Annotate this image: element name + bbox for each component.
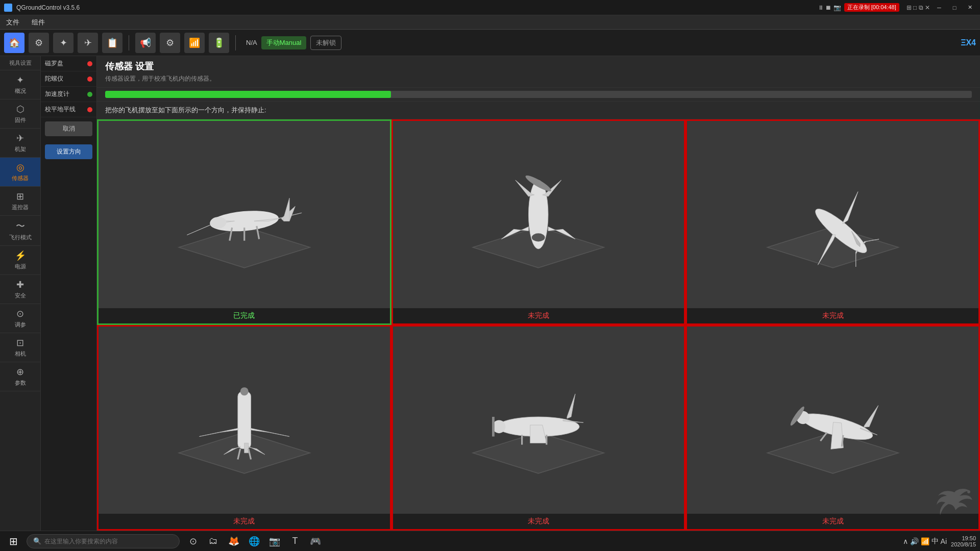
progress-bar-fill (105, 91, 391, 98)
close-button[interactable]: ✕ (964, 3, 976, 12)
battery-button[interactable]: 🔋 (209, 33, 229, 53)
taskbar-icon-circle[interactable]: ⊙ (184, 532, 202, 550)
taskbar-icon-chrome[interactable]: 🌐 (245, 532, 263, 550)
toolbar-sep-1 (129, 35, 129, 51)
taskbar: ⊞ 🔍 ⊙ 🗂 🦊 🌐 📷 T 🎮 ∧ 🔊 📶 中 Ai 19:50 2020/… (0, 531, 980, 551)
taskbar-search[interactable]: 🔍 (27, 534, 180, 548)
sidebar-item-firmware[interactable]: ⬡ 固件 (0, 99, 40, 129)
accel-sensor-item[interactable]: 加速度计 (41, 87, 96, 102)
firmware-icon: ⬡ (16, 104, 24, 115)
sidebar-item-power[interactable]: ⚡ 电源 (0, 246, 40, 275)
cell-2-label: 未完成 (393, 308, 684, 323)
recording-badge: 正在录制 [00:04:48] (844, 3, 899, 12)
joystick-button[interactable]: ⚙ (160, 33, 180, 53)
cell-5-label: 未完成 (393, 514, 684, 529)
cell-3-inner (687, 121, 978, 308)
titlebar-icons: ⊞ □ ⧉ ✕ (906, 4, 930, 11)
tray-network[interactable]: 📶 (921, 537, 929, 545)
waypoint-button[interactable]: ✦ (53, 33, 74, 53)
toolbar-status: N/A 手动Manual 未解锁 (246, 36, 341, 50)
plane-svg-4 (142, 355, 346, 486)
set-direction-button[interactable]: 设置方向 (45, 144, 92, 159)
sidebar-item-overview[interactable]: ✦ 概况 (0, 70, 40, 99)
sidebar-header: 视具设置 (0, 56, 40, 70)
sensors-icon: ◎ (16, 162, 24, 173)
sidebar-label-flight: 飞行模式 (9, 234, 32, 241)
menubar: 文件 组件 (0, 15, 980, 30)
plan-button[interactable]: 📋 (102, 33, 122, 53)
home-button[interactable]: 🏠 (4, 33, 24, 53)
tray-expand[interactable]: ∧ (903, 537, 908, 545)
cell-4-label: 未完成 (99, 514, 390, 529)
signal-button[interactable]: 📶 (184, 33, 205, 53)
sidebar: 视具设置 ✦ 概况 ⬡ 固件 ✈ 机架 ◎ 传感器 ⊞ 遥控器 〜 飞行模式 ⚡… (0, 56, 41, 531)
sidebar-label-safety: 安全 (15, 292, 26, 299)
taskbar-icon-folder[interactable]: 🗂 (204, 532, 223, 550)
sidebar-item-camera[interactable]: ⊡ 相机 (0, 333, 40, 362)
sidebar-item-remote[interactable]: ⊞ 遥控器 (0, 187, 40, 216)
plane-svg-2 (436, 149, 640, 280)
remote-icon: ⊞ (16, 191, 24, 202)
camera-icon: ⊡ (16, 337, 24, 348)
cell-1-inner (99, 121, 390, 308)
sidebar-label-tuning: 调参 (15, 321, 26, 329)
tray-ime[interactable]: 中 (932, 537, 939, 546)
plane-svg-1 (142, 149, 346, 280)
na-label: N/A (246, 39, 257, 46)
taskbar-icon-t[interactable]: T (286, 532, 304, 550)
content-header: 传感器 设置 传感器设置，用于校准飞机内的传感器。 (97, 56, 980, 88)
sidebar-label-params: 参数 (15, 379, 26, 387)
app-icon (4, 4, 12, 12)
sidebar-item-tuning[interactable]: ⊙ 调参 (0, 304, 40, 333)
compass-status (87, 61, 92, 66)
svg-point-53 (967, 490, 970, 493)
plane-svg-6 (731, 355, 935, 486)
svg-marker-27 (199, 429, 237, 437)
fly-button[interactable]: ✈ (78, 33, 98, 53)
svg-marker-47 (864, 404, 878, 430)
svg-point-32 (240, 387, 248, 395)
cell-3-label: 未完成 (687, 308, 978, 323)
menu-component[interactable]: 组件 (30, 17, 47, 28)
clock-time: 19:50 (951, 535, 976, 541)
tray-lang[interactable]: Ai (941, 537, 947, 545)
orientation-cell-3: 未完成 (685, 119, 980, 325)
sidebar-item-airframe[interactable]: ✈ 机架 (0, 129, 40, 158)
audio-button[interactable]: 📢 (135, 33, 156, 53)
sidebar-item-safety[interactable]: ✚ 安全 (0, 275, 40, 304)
sidebar-label-airframe: 机架 (15, 145, 26, 153)
menu-file[interactable]: 文件 (4, 17, 21, 28)
taskbar-icon-camera[interactable]: 📷 (265, 532, 284, 550)
gyro-label: 陀螺仪 (45, 74, 84, 83)
search-input[interactable] (44, 538, 167, 545)
horizon-sensor-item[interactable]: 校平地平线 (41, 102, 96, 117)
taskbar-app-icons: ⊙ 🗂 🦊 🌐 📷 T 🎮 (184, 532, 325, 550)
gyro-sensor-item[interactable]: 陀螺仪 (41, 71, 96, 87)
sidebar-item-flight[interactable]: 〜 飞行模式 (0, 216, 40, 246)
compass-sensor-item[interactable]: 磁罗盘 (41, 56, 96, 71)
cancel-button[interactable]: 取消 (45, 121, 92, 136)
sidebar-item-params[interactable]: ⊕ 参数 (0, 362, 40, 391)
cell-5-inner (393, 327, 684, 514)
taskbar-icon-firefox[interactable]: 🦊 (225, 532, 243, 550)
start-button[interactable]: ⊞ (4, 532, 22, 550)
taskbar-clock: 19:50 2020/8/15 (951, 535, 976, 547)
mode-label: 手动Manual (261, 36, 307, 49)
cell-2-inner (393, 121, 684, 308)
settings-button[interactable]: ⚙ (29, 33, 49, 53)
lock-label: 未解锁 (310, 36, 341, 50)
accel-label: 加速度计 (45, 90, 84, 98)
instructions: 把你的飞机摆放至如下面所示的一个方向，并保持静止: (97, 102, 980, 119)
search-icon: 🔍 (33, 537, 41, 545)
sidebar-item-sensors[interactable]: ◎ 传感器 (0, 158, 40, 187)
tray-audio[interactable]: 🔊 (910, 537, 919, 545)
horizon-status (87, 107, 92, 112)
sidebar-label-firmware: 固件 (15, 116, 26, 124)
gyro-status (87, 77, 92, 82)
taskbar-icon-game[interactable]: 🎮 (306, 532, 325, 550)
sidebar-label-power: 电源 (15, 263, 26, 270)
content-area: 传感器 设置 传感器设置，用于校准飞机内的传感器。 把你的飞机摆放至如下面所示的… (97, 56, 980, 531)
maximize-button[interactable]: □ (948, 3, 961, 12)
minimize-button[interactable]: ─ (933, 3, 945, 12)
svg-marker-29 (244, 443, 248, 453)
